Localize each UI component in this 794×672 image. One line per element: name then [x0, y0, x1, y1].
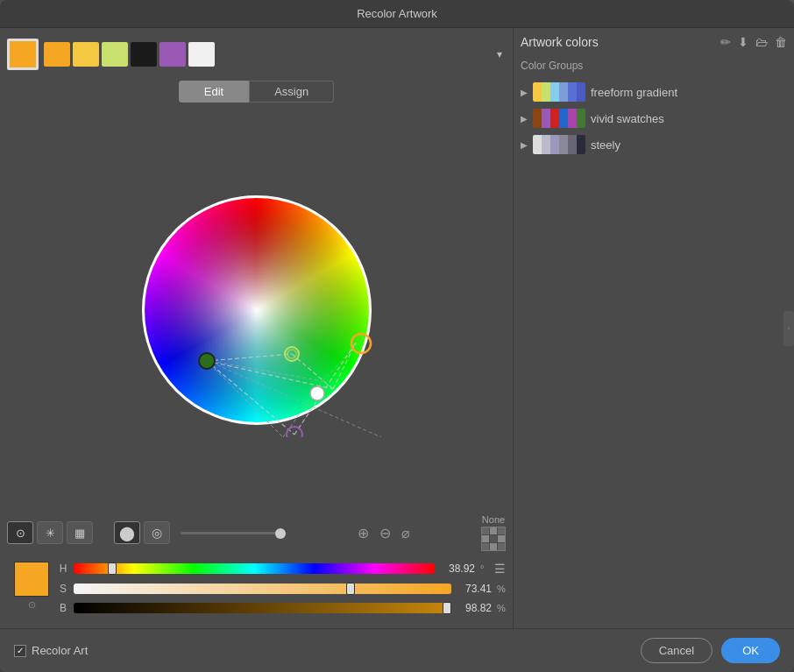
group-name-freeform: freeform gradient	[591, 86, 677, 99]
swatch-dropdown-arrow[interactable]: ▾	[493, 48, 506, 60]
swatch-item[interactable]	[73, 42, 99, 67]
swatch-item[interactable]	[102, 42, 128, 67]
right-panel: Artwork colors ✏ ⬇ 🗁 🗑 Color Groups ▶	[514, 28, 794, 628]
artwork-colors-icons: ✏ ⬇ 🗁 🗑	[720, 35, 787, 49]
color-groups-label: Color Groups	[521, 60, 787, 72]
size-slider[interactable]	[181, 532, 286, 534]
dialog-title: Recolor Artwork	[357, 7, 437, 20]
artwork-colors-label: Artwork colors	[521, 35, 715, 49]
hsb-rows: ⊙ H 38.92 ° ☰ S	[7, 562, 506, 614]
hue-row: H 38.92 ° ☰	[58, 562, 506, 576]
none-grid[interactable]	[481, 527, 506, 551]
brightness-slider-track[interactable]	[74, 603, 451, 613]
harmony-tools: ⊕ ⊖ ⌀	[358, 525, 410, 541]
tab-assign[interactable]: Assign	[249, 81, 334, 103]
saturation-label: S	[58, 583, 68, 595]
group-expand-arrow[interactable]: ▶	[521, 114, 528, 124]
group-swatches-steely	[533, 135, 585, 154]
color-preview-area: ⊙	[12, 562, 51, 628]
size-controls: ⬤ ◎	[114, 521, 170, 544]
color-dot-white[interactable]	[310, 386, 324, 400]
main-content: ▾ Edit Assign	[0, 28, 794, 628]
recolor-art-label: Recolor Art	[32, 644, 88, 657]
circle-mode-btn[interactable]: ⊙	[7, 521, 33, 544]
group-name-steely: steely	[591, 138, 620, 152]
edit-assign-tabs: Edit Assign	[7, 81, 506, 103]
dialog-buttons: Cancel OK	[641, 638, 780, 663]
svg-point-14	[287, 350, 296, 358]
brightness-value: 98.82	[457, 602, 492, 614]
ok-button[interactable]: OK	[721, 638, 780, 663]
color-groups-list: ▶ freeform gradient ▶	[521, 79, 787, 158]
filled-circle-btn[interactable]: ⬤	[114, 521, 140, 544]
group-expand-arrow[interactable]: ▶	[521, 88, 528, 97]
group-swatches-freeform	[533, 82, 585, 102]
grid-mode-btn[interactable]: ▦	[67, 521, 93, 544]
brightness-label: B	[58, 602, 68, 614]
artwork-colors-header: Artwork colors ✏ ⬇ 🗁 🗑	[521, 35, 787, 49]
cancel-button[interactable]: Cancel	[641, 638, 712, 663]
swatch-item[interactable]	[131, 42, 157, 67]
group-swatches-vivid	[533, 109, 585, 128]
link-colors-icon[interactable]: ⊙	[28, 599, 36, 611]
none-label: None	[482, 514, 505, 525]
none-section: None	[481, 514, 506, 551]
hue-slider-thumb[interactable]	[108, 562, 117, 575]
sidebar-collapse-handle[interactable]: ‹	[783, 311, 794, 346]
saturation-unit: %	[497, 584, 506, 594]
brightness-slider-thumb[interactable]	[443, 602, 451, 614]
bottom-tool-row: ⊙ ✳ ▦ ⬤ ◎ ⊕ ⊖ ⌀	[7, 511, 506, 558]
recolor-artwork-dialog: Recolor Artwork ▾ Edit As	[0, 0, 794, 672]
hue-label: H	[58, 562, 68, 575]
saturation-value: 73.41	[457, 583, 492, 595]
brightness-row: B 98.82 %	[58, 602, 506, 614]
size-slider-thumb[interactable]	[275, 528, 286, 539]
folder-icon[interactable]: 🗁	[755, 35, 768, 49]
recolor-art-checkbox[interactable]: ✓	[14, 645, 26, 657]
subtract-harmony-icon[interactable]: ⊖	[379, 525, 391, 541]
asterisk-mode-btn[interactable]: ✳	[37, 521, 63, 544]
svg-point-2	[145, 198, 369, 422]
color-dot-green[interactable]	[199, 353, 215, 369]
tab-edit[interactable]: Edit	[179, 81, 249, 103]
color-wheel-svg	[130, 183, 384, 437]
download-icon[interactable]: ⬇	[738, 35, 748, 49]
left-panel: ▾ Edit Assign	[0, 28, 514, 628]
view-mode-group: ⊙ ✳ ▦	[7, 521, 93, 544]
recolor-art-checkbox-group: ✓ Recolor Art	[14, 644, 88, 657]
unlink-harmony-icon[interactable]: ⌀	[401, 525, 410, 541]
color-group-vivid-swatches[interactable]: ▶ vivid swatches	[521, 105, 787, 131]
hue-slider-track[interactable]	[74, 563, 435, 574]
color-wheel-container	[7, 110, 506, 511]
bottom-bar: ✓ Recolor Art Cancel OK	[0, 628, 794, 672]
add-harmony-icon[interactable]: ⊕	[358, 525, 369, 541]
group-name-vivid: vivid swatches	[591, 112, 664, 125]
current-color-preview[interactable]	[14, 562, 49, 597]
saturation-slider-track[interactable]	[74, 584, 451, 594]
hsb-section: ⊙ H 38.92 ° ☰ S	[7, 562, 506, 621]
size-slider-track	[181, 532, 286, 534]
saturation-slider-thumb[interactable]	[346, 583, 355, 595]
ring-btn[interactable]: ◎	[144, 521, 170, 544]
hsb-menu-icon[interactable]: ☰	[494, 562, 506, 576]
swatch-bar: ▾	[7, 35, 506, 74]
swatch-item[interactable]	[44, 42, 70, 67]
swatch-item[interactable]	[188, 42, 215, 67]
hue-value: 38.92	[440, 562, 475, 575]
color-group-freeform-gradient[interactable]: ▶ freeform gradient	[521, 79, 787, 105]
main-color-swatch[interactable]	[7, 39, 39, 70]
swatch-item[interactable]	[160, 42, 186, 67]
svg-point-15	[356, 338, 366, 349]
brightness-unit: %	[497, 603, 506, 613]
color-group-steely[interactable]: ▶ steely	[521, 131, 787, 158]
color-dot-purple[interactable]	[287, 427, 302, 437]
saturation-row: S 73.41 %	[58, 583, 506, 595]
color-wheel-wrapper[interactable]	[130, 183, 384, 437]
hue-unit: °	[480, 563, 489, 574]
group-expand-arrow[interactable]: ▶	[521, 140, 528, 150]
title-bar: Recolor Artwork	[0, 0, 794, 28]
eyedropper-icon[interactable]: ✏	[720, 35, 731, 49]
color-swatch-strip	[44, 42, 488, 67]
delete-icon[interactable]: 🗑	[775, 35, 787, 49]
